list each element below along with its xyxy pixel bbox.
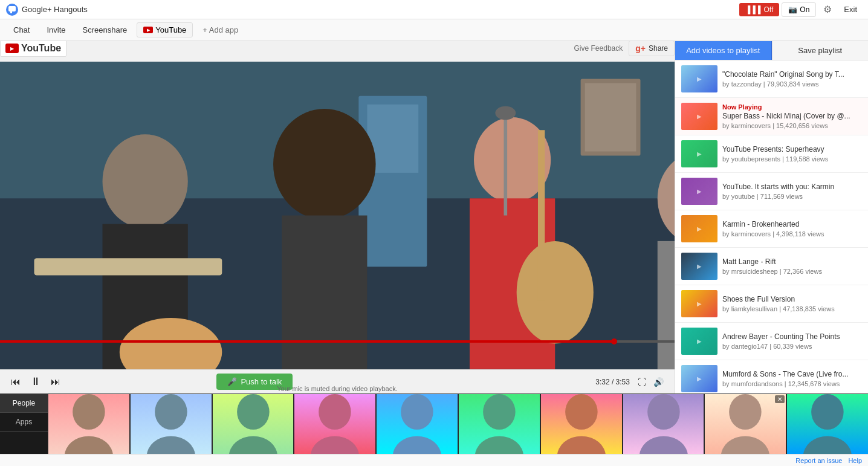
svg-point-43 xyxy=(803,436,852,454)
playlist-item[interactable]: ▶ Karmin - Brokenhearted by karmincovers… xyxy=(675,210,868,248)
svg-point-21 xyxy=(495,106,516,120)
mic-muted-text: Your mic is muted during video playback. xyxy=(277,385,398,392)
svg-point-28 xyxy=(237,394,270,430)
playlist-thumb-6: ▶ xyxy=(681,290,717,317)
volume-button[interactable]: 🔊 xyxy=(652,375,666,389)
playlist-header: Add videos to playlist Save playlist xyxy=(675,41,868,60)
share-button[interactable]: g+ Share xyxy=(629,41,675,56)
svg-point-8 xyxy=(103,134,188,228)
report-issue-link[interactable]: Report an issue xyxy=(795,457,842,464)
playlist-item-info-3: YouTube. It starts with you: Karmin by y… xyxy=(722,183,862,201)
add-app-button[interactable]: + Add app xyxy=(195,22,245,38)
svg-point-32 xyxy=(401,394,433,430)
svg-rect-0 xyxy=(8,6,16,11)
svg-point-36 xyxy=(565,394,598,430)
playlist-thumb-inner-6: ▶ xyxy=(681,290,717,317)
playlist-item[interactable]: ▶ Shoes the Full Version by liamkylesull… xyxy=(675,285,868,323)
playlist-items: ▶ "Chocolate Rain" Original Song by T...… xyxy=(675,60,868,393)
settings-button[interactable]: ⚙ xyxy=(818,1,837,18)
playlist-item-meta-4: by karmincovers | 4,398,118 views xyxy=(722,230,862,238)
bottom-bar: Report an issue Help xyxy=(0,454,868,466)
playlist-thumb-inner-2: ▶ xyxy=(681,140,717,167)
person-video-10[interactable] xyxy=(787,394,868,454)
playlist-item-title-4: Karmin - Brokenhearted xyxy=(722,220,862,230)
left-panel: YouTube Give Feedback g+ Share xyxy=(0,41,675,393)
video-player[interactable] xyxy=(0,62,675,369)
playlist-sidebar: Add videos to playlist Save playlist ▶ "… xyxy=(675,41,868,393)
playlist-thumb-1: ▶ xyxy=(681,103,717,130)
people-tab[interactable]: People xyxy=(0,394,48,413)
playlist-thumb-inner-0: ▶ xyxy=(681,65,717,92)
svg-point-24 xyxy=(73,394,105,430)
app-logo: Google+ Hangouts xyxy=(6,4,88,16)
playlist-item[interactable]: ▶ Matt Lange - Rift by mrsuicidesheep | … xyxy=(675,248,868,285)
playlist-item-info-0: "Chocolate Rain" Original Song by T... b… xyxy=(722,70,862,88)
prev-button[interactable]: ⏮ xyxy=(9,375,22,389)
next-button[interactable]: ⏭ xyxy=(49,375,62,389)
video-container: YouTube Give Feedback g+ Share xyxy=(0,41,675,393)
svg-rect-13 xyxy=(282,216,367,370)
svg-point-27 xyxy=(147,436,195,454)
playlist-item-info-6: Shoes the Full Version by liamkylesulliv… xyxy=(722,295,862,313)
playlist-thumb-inner-4: ▶ xyxy=(681,215,717,242)
mic-icon: 🎤 xyxy=(227,377,237,386)
people-strip: People Apps ✕ xyxy=(0,393,868,454)
person-video-4[interactable] xyxy=(294,394,375,454)
playlist-thumb-7: ▶ xyxy=(681,328,717,355)
gplus-icon: g+ xyxy=(635,44,646,53)
video-progress-bar[interactable] xyxy=(0,340,675,343)
mic-toggle-button[interactable]: ▐▐▐ Off xyxy=(739,3,779,16)
svg-point-29 xyxy=(228,436,277,454)
mic-bars-icon: ▐▐▐ xyxy=(745,5,761,14)
app-title: Google+ Hangouts xyxy=(22,5,88,14)
person-video-2[interactable] xyxy=(131,394,212,454)
screenshare-tab[interactable]: Screenshare xyxy=(76,22,135,38)
chat-tab[interactable]: Chat xyxy=(6,22,37,38)
youtube-tab[interactable]: YouTube xyxy=(137,22,193,37)
svg-point-33 xyxy=(393,436,441,454)
person-video-9[interactable]: ✕ xyxy=(705,394,786,454)
youtube-nav-icon xyxy=(143,27,153,33)
add-videos-button[interactable]: Add videos to playlist xyxy=(675,41,772,60)
give-feedback-button[interactable]: Give Feedback xyxy=(574,44,623,53)
people-sidebar: People Apps xyxy=(0,394,48,454)
save-playlist-button[interactable]: Save playlist xyxy=(772,41,869,60)
pause-button[interactable]: ⏸ xyxy=(28,374,43,390)
hangouts-icon xyxy=(6,4,18,16)
cam-toggle-button[interactable]: 📷 On xyxy=(782,2,816,17)
svg-point-38 xyxy=(647,394,680,430)
playlist-item-meta-8: by mumfordandsons | 12,345,678 views xyxy=(722,380,862,387)
playlist-item[interactable]: ▶ Andrew Bayer - Counting The Points by … xyxy=(675,323,868,360)
svg-rect-7 xyxy=(585,83,636,152)
svg-rect-20 xyxy=(504,113,507,216)
playlist-item[interactable]: ▶ YouTube. It starts with you: Karmin by… xyxy=(675,173,868,210)
playlist-item-title-0: "Chocolate Rain" Original Song by T... xyxy=(722,70,862,80)
person-video-5[interactable] xyxy=(377,394,458,454)
video-header: YouTube Give Feedback g+ Share xyxy=(0,41,687,62)
help-link[interactable]: Help xyxy=(848,457,862,464)
playlist-item[interactable]: ▶ "Chocolate Rain" Original Song by T...… xyxy=(675,60,868,98)
playlist-thumb-inner-8: ▶ xyxy=(681,365,717,392)
apps-tab[interactable]: Apps xyxy=(0,413,48,432)
playlist-item[interactable]: ▶ Now Playing Super Bass - Nicki Minaj (… xyxy=(675,98,868,135)
close-people-button[interactable]: ✕ xyxy=(775,395,785,403)
playlist-item-meta-5: by mrsuicidesheep | 72,366 views xyxy=(722,268,862,275)
svg-point-42 xyxy=(811,394,844,430)
cam-label: On xyxy=(800,5,809,14)
person-video-3[interactable] xyxy=(213,394,294,454)
exit-button[interactable]: Exit xyxy=(839,2,862,16)
invite-tab[interactable]: Invite xyxy=(39,22,73,38)
person-video-8[interactable] xyxy=(623,394,704,454)
person-video-7[interactable] xyxy=(541,394,622,454)
mic-label: Off xyxy=(764,5,774,14)
person-video-6[interactable] xyxy=(459,394,540,454)
playlist-item[interactable]: ▶ Mumford & Sons - The Cave (Live fro...… xyxy=(675,360,868,393)
playlist-thumb-inner-7: ▶ xyxy=(681,328,717,355)
playlist-item-meta-1: by karmincovers | 15,420,656 views xyxy=(722,122,862,129)
time-display: 3:32 / 3:53 xyxy=(595,378,630,386)
fullscreen-button[interactable]: ⛶ xyxy=(636,375,648,389)
person-video-1[interactable] xyxy=(48,394,129,454)
playlist-item[interactable]: ▶ YouTube Presents: Superheavy by youtub… xyxy=(675,135,868,173)
svg-point-39 xyxy=(639,436,687,454)
video-controls: ⏮ ⏸ ⏭ 🎤 Push to talk 3:32 / 3:53 ⛶ 🔊 You… xyxy=(0,369,675,393)
